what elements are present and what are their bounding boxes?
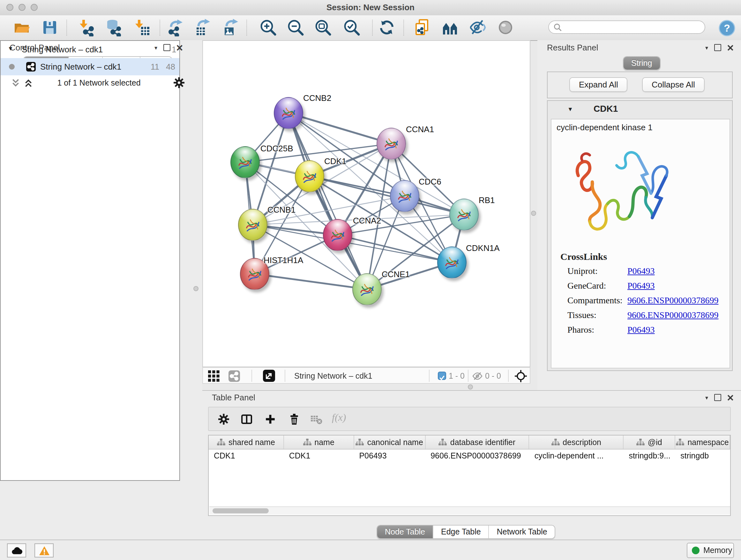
- zoom-selected-icon[interactable]: [343, 18, 360, 37]
- tab-node-table[interactable]: Node Table: [377, 525, 433, 538]
- network-collection-row[interactable]: ▼ String Network – cdk1 1: [1, 41, 179, 58]
- left-splitter-handle[interactable]: [193, 286, 199, 291]
- table-tabs: Node TableEdge TableNetwork Table: [377, 525, 556, 539]
- export-network-icon[interactable]: [166, 18, 185, 37]
- expand-collapse-box: Expand All Collapse All: [547, 71, 733, 98]
- selected-node-edge-counts: 1 - 0: [449, 372, 465, 381]
- horizontal-splitter-handle[interactable]: [468, 384, 473, 389]
- network-edge[interactable]: [288, 113, 391, 144]
- network-view-toolbar: String Network – cdk1 1 - 0 0 - 0: [202, 367, 530, 384]
- import-network-file-icon[interactable]: [77, 18, 95, 37]
- network-node-ccne1[interactable]: [352, 273, 382, 305]
- network-node-ccnb2[interactable]: [274, 97, 303, 129]
- network-node-ccna1[interactable]: [377, 128, 406, 160]
- table-column-header[interactable]: name: [284, 435, 354, 449]
- help-icon[interactable]: ?: [718, 19, 736, 37]
- memory-status-dot: [692, 547, 699, 554]
- table-column-header[interactable]: description: [529, 435, 624, 449]
- crosslink-label: Tissues:: [567, 310, 596, 320]
- network-row-selected[interactable]: String Network – cdk1 11 48: [1, 58, 179, 75]
- close-panel-icon[interactable]: ✕: [727, 394, 734, 401]
- table-cell: 9606.ENSP00000378699: [425, 449, 529, 462]
- table-row[interactable]: CDK1CDK1P064939606.ENSP00000378699cyclin…: [209, 449, 730, 462]
- crosslink-link[interactable]: 9606.ENSP00000378699: [627, 310, 718, 320]
- toolbar-separator: [403, 20, 404, 36]
- network-node-cdk1[interactable]: [295, 160, 324, 192]
- zoom-out-icon[interactable]: [286, 18, 305, 37]
- results-tab-string[interactable]: String: [623, 56, 660, 70]
- cloud-status-button[interactable]: [7, 543, 26, 557]
- table-options-gear-icon[interactable]: [218, 414, 229, 425]
- refresh-view-icon[interactable]: [378, 18, 396, 37]
- tab-edge-table[interactable]: Edge Table: [433, 525, 489, 538]
- export-table-icon[interactable]: [194, 18, 212, 37]
- delete-column-icon[interactable]: [288, 413, 300, 425]
- network-node-ccna2[interactable]: [323, 219, 352, 251]
- network-options-gear-icon[interactable]: [174, 77, 185, 88]
- network-tree: ▼ String Network – cdk1 1 String Network…: [0, 40, 180, 481]
- share-view-icon[interactable]: [228, 370, 240, 382]
- tab-network-table[interactable]: Network Table: [489, 525, 555, 538]
- show-all-eye-icon[interactable]: [497, 18, 515, 37]
- network-edge[interactable]: [255, 274, 367, 289]
- table-column-header[interactable]: namespace: [675, 435, 730, 449]
- collapse-all-tree-icon[interactable]: [24, 78, 32, 87]
- right-splitter-handle[interactable]: [531, 211, 536, 216]
- binoculars-icon[interactable]: [442, 18, 460, 37]
- collection-count: 1: [172, 45, 176, 54]
- selected-checkbox[interactable]: [438, 372, 446, 380]
- import-table-file-icon[interactable]: [133, 18, 151, 37]
- network-node-cdkn1a[interactable]: [437, 246, 467, 278]
- network-node-label: CCNA2: [353, 216, 381, 226]
- search-field[interactable]: [548, 20, 705, 34]
- toolbar-separator: [372, 20, 373, 36]
- grid-view-icon[interactable]: [208, 370, 219, 382]
- hidden-eye-icon[interactable]: [472, 371, 482, 381]
- table-hscrollbar[interactable]: [209, 506, 731, 515]
- network-node-rb1[interactable]: [449, 199, 479, 231]
- memory-button[interactable]: Memory: [687, 543, 734, 558]
- open-external-icon[interactable]: [263, 370, 275, 382]
- warning-status-button[interactable]: [35, 543, 54, 557]
- float-panel-icon[interactable]: [714, 44, 721, 51]
- network-node-cdc6[interactable]: [390, 180, 419, 212]
- expand-all-button[interactable]: Expand All: [569, 77, 628, 92]
- netbar-separator: [285, 370, 285, 382]
- panel-menu-icon[interactable]: ▾: [705, 394, 708, 401]
- network-node-ccnb1[interactable]: [238, 209, 267, 241]
- create-column-icon[interactable]: [265, 414, 276, 425]
- hide-selected-eye-icon[interactable]: [469, 18, 487, 37]
- search-icon: [553, 23, 562, 32]
- entry-expander-icon[interactable]: ▼: [567, 106, 573, 112]
- collapse-all-button[interactable]: Collapse All: [642, 77, 704, 92]
- crosslink-link[interactable]: 9606.ENSP00000378699: [627, 296, 718, 306]
- zoom-fit-icon[interactable]: [314, 18, 332, 37]
- import-network-database-icon[interactable]: [105, 18, 123, 37]
- save-session-icon[interactable]: [41, 18, 59, 37]
- birdseye-icon[interactable]: [515, 370, 527, 382]
- tree-expander-icon[interactable]: ▼: [8, 45, 13, 52]
- crosslink-link[interactable]: P06493: [627, 325, 655, 335]
- network-node-cdc25b[interactable]: [230, 146, 260, 178]
- search-input[interactable]: [565, 22, 702, 34]
- clone-network-icon[interactable]: [413, 18, 431, 37]
- float-panel-icon[interactable]: [714, 394, 721, 401]
- hscroll-thumb[interactable]: [212, 508, 269, 513]
- table-column-header[interactable]: shared name: [209, 435, 284, 449]
- table-cell: stringdb:9...: [623, 449, 675, 462]
- crosslink-row: Compartments:9606.ENSP00000378699: [551, 296, 731, 310]
- export-image-icon[interactable]: [222, 18, 240, 37]
- panel-menu-icon[interactable]: ▾: [705, 44, 708, 51]
- network-canvas[interactable]: CCNB2CCNA1CDC25BCDK1CDC6RB1CCNB1CCNA2CDK…: [202, 40, 530, 367]
- gene-name: CDK1: [594, 104, 618, 114]
- crosslink-link[interactable]: P06493: [627, 281, 655, 291]
- show-columns-icon[interactable]: [241, 414, 252, 425]
- expand-all-tree-icon[interactable]: [11, 78, 20, 87]
- table-column-header[interactable]: canonical name: [354, 435, 425, 449]
- table-column-header[interactable]: database identifier: [425, 435, 529, 449]
- crosslink-link[interactable]: P06493: [627, 266, 655, 276]
- zoom-in-icon[interactable]: [259, 18, 277, 37]
- open-session-icon[interactable]: [13, 18, 30, 37]
- table-column-header[interactable]: @id: [623, 435, 675, 449]
- close-panel-icon[interactable]: ✕: [727, 44, 734, 51]
